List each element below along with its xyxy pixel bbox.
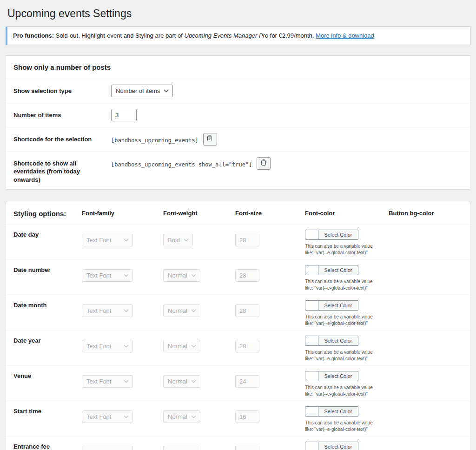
font-size-input[interactable] [235, 410, 259, 423]
color-swatch [305, 301, 318, 310]
chevron-down-icon [191, 415, 196, 418]
chevron-down-icon [124, 238, 129, 242]
clipboard-icon [261, 159, 267, 167]
selected-option-label: Normal [168, 272, 187, 279]
notice-text: Sold-out, Highlight-event and Styling ar… [54, 32, 184, 39]
chevron-down-icon [191, 344, 196, 348]
font-size-input[interactable] [235, 340, 259, 352]
font-weight-select[interactable]: Bold [163, 234, 193, 246]
column-header-font-family: Font-family [82, 210, 163, 218]
color-swatch [305, 442, 318, 450]
font-weight-select[interactable]: Normal [163, 304, 200, 317]
font-family-select[interactable]: Text Font [82, 340, 133, 352]
copy-shortcode-button[interactable] [257, 157, 271, 170]
styling-rows: Date day Text Font Bold Select C [6, 224, 470, 450]
styling-row: Date month Text Font Normal Sele [6, 295, 470, 330]
shortcode-text: [bandboss_upcoming_events show_all="true… [111, 159, 252, 168]
font-size-input[interactable] [235, 234, 259, 246]
selected-option-label: Normal [168, 413, 187, 420]
field-row-shortcode-selection: Shortcode for the selection [bandboss_up… [6, 127, 470, 151]
selected-option-label: Normal [168, 378, 187, 385]
font-size-input[interactable] [235, 269, 259, 282]
select-color-button[interactable]: Select Color [305, 442, 358, 450]
chevron-down-icon [184, 238, 189, 242]
color-swatch [305, 336, 318, 345]
color-variable-note: This can also be a variable value like: … [305, 420, 375, 432]
font-family-select[interactable]: Text Font [82, 234, 133, 246]
select-color-button[interactable]: Select Color [305, 230, 358, 240]
field-label: Number of items [13, 109, 111, 119]
chevron-down-icon [164, 89, 169, 93]
selected-option-label: Text Font [86, 343, 111, 350]
chevron-down-icon [124, 380, 129, 383]
styling-panel: Styling options: Font-family Font-weight… [6, 202, 470, 450]
select-color-button[interactable]: Select Color [305, 336, 358, 346]
clipboard-icon [207, 135, 213, 143]
chevron-down-icon [191, 274, 196, 277]
styling-title: Styling options: [13, 210, 82, 218]
select-color-label: Select Color [318, 407, 358, 416]
field-label: Shortcode to show all eventdates (from t… [13, 157, 111, 184]
selected-option-label: Text Font [86, 413, 111, 420]
font-size-input[interactable] [235, 446, 259, 450]
font-weight-select[interactable]: Normal [163, 446, 200, 450]
chevron-down-icon [124, 344, 129, 348]
selected-option-label: Number of items [116, 87, 160, 94]
shortcode-text: [bandboss_upcoming_events] [111, 134, 198, 144]
number-of-items-input[interactable] [111, 109, 137, 121]
color-variable-note: This can also be a variable value like: … [305, 349, 375, 362]
row-label: Entrance fee [13, 440, 82, 450]
styling-row: Start time Text Font Normal Sele [6, 401, 470, 436]
color-swatch [305, 265, 318, 275]
row-label: Date number [13, 264, 82, 291]
select-color-button[interactable]: Select Color [305, 406, 358, 417]
font-weight-select[interactable]: Normal [163, 269, 200, 282]
selected-option-label: Normal [168, 307, 187, 314]
font-weight-select[interactable]: Normal [163, 410, 200, 423]
font-size-input[interactable] [235, 375, 259, 388]
color-variable-note: This can also be a variable value like: … [305, 384, 375, 397]
field-row-number-of-items: Number of items [6, 103, 470, 127]
chevron-down-icon [124, 274, 129, 277]
select-color-label: Select Color [318, 301, 358, 310]
font-weight-select[interactable]: Normal [163, 340, 200, 352]
posts-panel: Show only a number of posts Show selecti… [6, 55, 470, 190]
font-family-select[interactable]: Text Font [82, 446, 133, 450]
selected-option-label: Text Font [86, 378, 111, 385]
notice-suffix: for €2,99/month. [268, 32, 316, 39]
row-label: Date day [13, 228, 82, 256]
select-color-button[interactable]: Select Color [305, 300, 358, 311]
selected-option-label: Text Font [86, 307, 111, 314]
select-color-button[interactable]: Select Color [305, 371, 358, 381]
font-family-select[interactable]: Text Font [82, 269, 133, 282]
copy-shortcode-button[interactable] [203, 133, 217, 146]
chevron-down-icon [191, 380, 196, 383]
row-label: Start time [13, 405, 82, 432]
column-header-font-size: Font-size [235, 210, 305, 218]
select-color-label: Select Color [318, 230, 358, 239]
selected-option-label: Bold [168, 237, 180, 244]
font-family-select[interactable]: Text Font [82, 304, 133, 317]
notice-prefix: Pro functions: [13, 32, 54, 39]
color-variable-note: This can also be a variable value like: … [305, 243, 375, 256]
font-family-select[interactable]: Text Font [82, 410, 133, 423]
font-family-select[interactable]: Text Font [82, 375, 133, 388]
font-size-input[interactable] [235, 304, 259, 317]
select-color-label: Select Color [318, 336, 358, 345]
selection-type-select[interactable]: Number of items [111, 85, 173, 97]
color-variable-note: This can also be a variable value like: … [305, 314, 375, 326]
row-label: Venue [13, 370, 82, 397]
field-label: Show selection type [13, 85, 111, 95]
styling-row: Venue Text Font Normal Select Co [6, 365, 470, 401]
select-color-button[interactable]: Select Color [305, 265, 358, 275]
field-row-selection-type: Show selection type Number of items [6, 79, 470, 103]
selected-option-label: Text Font [86, 237, 111, 244]
row-label: Date month [13, 299, 82, 326]
column-header-font-color: Font-color [305, 210, 389, 218]
font-weight-select[interactable]: Normal [163, 375, 200, 388]
styling-header-row: Styling options: Font-family Font-weight… [6, 202, 470, 224]
column-header-font-weight: Font-weight [163, 210, 235, 218]
page-title: Upcoming events Settings [7, 7, 469, 20]
pro-notice: Pro functions: Sold-out, Highlight-event… [6, 26, 470, 45]
more-info-link[interactable]: More info & download [316, 32, 374, 39]
